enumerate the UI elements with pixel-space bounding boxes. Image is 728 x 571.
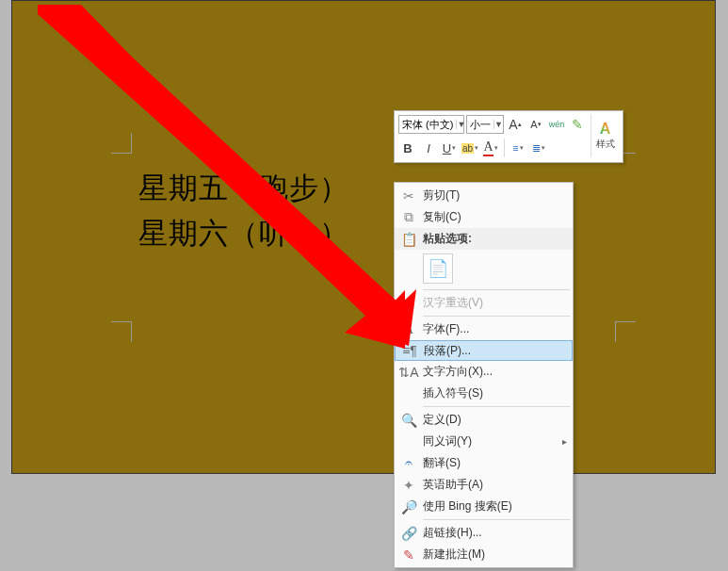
text-line-2[interactable]: 星期六（听歌） (138, 211, 349, 256)
menu-font[interactable]: A 字体(F)... (395, 318, 573, 340)
numbering-button[interactable]: ≣ (529, 138, 548, 158)
paste-option-keep-text[interactable]: 📄 (423, 253, 453, 284)
menu-hyperlink[interactable]: 🔗 超链接(H)... (395, 522, 573, 544)
font-size-value: 小一 (467, 118, 493, 132)
increase-font-button[interactable]: A▴ (506, 114, 525, 135)
font-name-value: 宋体 (中文) (399, 118, 456, 132)
menu-separator (423, 406, 570, 407)
menu-cut[interactable]: ✂ 剪切(T) (395, 185, 573, 206)
font-size-combo[interactable]: 小一 ▼ (466, 115, 504, 134)
translate-icon: 𝄐 (395, 455, 423, 471)
bold-button[interactable]: B (398, 138, 417, 158)
mini-toolbar: 宋体 (中文) ▼ 小一 ▼ A▴ A▾ wén ✎ B I U ab A ≡ … (394, 110, 623, 163)
assistant-icon: ✦ (395, 478, 423, 493)
margin-corner-tl (111, 133, 132, 154)
menu-separator (423, 519, 570, 520)
pinyin-guide-button[interactable]: wén (547, 114, 566, 135)
menu-insert-symbol[interactable]: 插入符号(S) (395, 383, 573, 404)
chevron-down-icon[interactable]: ▼ (456, 120, 465, 129)
menu-english-assistant[interactable]: ✦ 英语助手(A) (395, 474, 573, 496)
search-icon: 🔎 (395, 499, 423, 514)
italic-button[interactable]: I (419, 138, 438, 158)
document-page: 星期五（跑步） 星期六（听歌） (11, 0, 716, 474)
decrease-font-button[interactable]: A▾ (526, 114, 545, 135)
comment-icon: ✎ (395, 547, 423, 563)
format-painter-button[interactable]: ✎ (568, 114, 587, 135)
margin-corner-br (615, 321, 636, 342)
link-icon: 🔗 (395, 526, 423, 541)
menu-bing-search[interactable]: 🔎 使用 Bing 搜索(E) (395, 496, 573, 517)
menu-translate[interactable]: 𝄐 翻译(S) (395, 452, 573, 474)
menu-separator (423, 316, 570, 317)
clipboard-a-icon: 📄 (428, 258, 448, 279)
chevron-down-icon[interactable]: ▼ (493, 120, 503, 129)
dictionary-icon: 🔍 (395, 413, 423, 428)
font-color-button[interactable]: A (481, 138, 500, 158)
toolbar-separator (504, 139, 505, 157)
copy-icon: ⧉ (395, 209, 423, 225)
menu-copy[interactable]: ⧉ 复制(C) (395, 206, 573, 228)
paragraph-icon: ≡¶ (396, 343, 424, 358)
margin-corner-bl (111, 321, 132, 342)
bullets-button[interactable]: ≡ (509, 138, 527, 158)
menu-paste-options-header: 📋 粘贴选项: (395, 228, 573, 250)
menu-define[interactable]: 🔍 定义(D) (395, 409, 573, 431)
menu-separator (423, 289, 570, 290)
font-name-combo[interactable]: 宋体 (中文) ▼ (398, 115, 464, 134)
paste-options-row: 📄 (395, 250, 573, 287)
scissors-icon: ✂ (395, 188, 423, 204)
menu-paragraph[interactable]: ≡¶ 段落(P)... (395, 340, 573, 361)
document-text[interactable]: 星期五（跑步） 星期六（听歌） (138, 166, 349, 256)
text-line-1[interactable]: 星期五（跑步） (138, 166, 349, 211)
underline-button[interactable]: U (440, 138, 459, 158)
styles-button[interactable]: A 样式 (590, 114, 619, 157)
context-menu: ✂ 剪切(T) ⧉ 复制(C) 📋 粘贴选项: 📄 汉字重选(V) A 字体(F… (394, 182, 574, 568)
menu-new-comment[interactable]: ✎ 新建批注(M) (395, 544, 573, 565)
font-a-icon: A (395, 322, 423, 337)
menu-text-direction[interactable]: ⇅A 文字方向(X)... (395, 361, 573, 383)
styles-icon: A (600, 121, 611, 138)
menu-cjk-reselect: 汉字重选(V) (395, 292, 573, 314)
menu-synonyms[interactable]: 同义词(Y) (395, 431, 573, 452)
highlight-button[interactable]: ab (461, 138, 479, 158)
clipboard-icon: 📋 (395, 232, 423, 247)
styles-label: 样式 (596, 138, 615, 151)
text-direction-icon: ⇅A (395, 365, 423, 380)
